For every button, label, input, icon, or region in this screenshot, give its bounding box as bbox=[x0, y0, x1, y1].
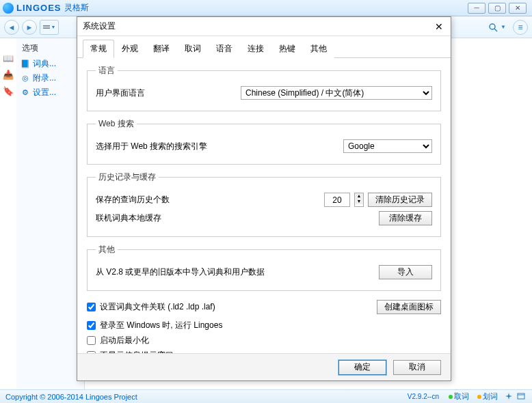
maximize-button[interactable]: ▢ bbox=[488, 3, 506, 14]
clear-history-button[interactable]: 清除历史记录 bbox=[368, 193, 432, 207]
inbox-icon[interactable]: 📥 bbox=[3, 70, 14, 81]
sidebar-item-appendix[interactable]: ◎ 附录... bbox=[18, 71, 83, 85]
settings-dialog: 系统设置 ✕ 常规 外观 翻译 取词 语音 连接 热键 其他 语言 用户界面语言… bbox=[77, 16, 451, 381]
cancel-button[interactable]: 取消 bbox=[393, 360, 441, 375]
history-count-label: 保存的查询历史个数 bbox=[96, 194, 232, 206]
clear-cache-button[interactable]: 清除缓存 bbox=[379, 211, 432, 225]
spin-down-icon[interactable]: ▼ bbox=[355, 199, 363, 204]
section-websearch: Web 搜索 选择用于 Web 搜索的搜索引擎 Google bbox=[87, 118, 441, 165]
tab-capture[interactable]: 取词 bbox=[177, 40, 209, 58]
tab-translate[interactable]: 翻译 bbox=[146, 40, 177, 58]
minimize-checkbox[interactable] bbox=[87, 336, 96, 345]
app-brand: LINGOES bbox=[16, 3, 62, 13]
ok-button[interactable]: 确定 bbox=[338, 360, 386, 375]
autostart-checkbox-row[interactable]: 登录至 Windows 时, 运行 Lingoes bbox=[87, 320, 441, 331]
ui-language-label: 用户界面语言 bbox=[96, 87, 232, 99]
appendix-icon: ◎ bbox=[21, 74, 30, 83]
tab-hotkey[interactable]: 热键 bbox=[271, 40, 303, 58]
sidebar-item-label: 附录... bbox=[33, 72, 56, 84]
file-assoc-checkbox-row[interactable]: 设置词典文件关联 (.ld2 .ldp .laf) bbox=[87, 301, 215, 313]
tab-other[interactable]: 其他 bbox=[303, 40, 334, 58]
minimize-label: 启动后最小化 bbox=[100, 335, 149, 346]
section-history: 历史记录与缓存 保存的查询历史个数 ▲▼ 清除历史记录 联机词典本地缓存 清除缓… bbox=[87, 171, 441, 237]
history-count-input[interactable] bbox=[324, 193, 350, 207]
sidebar-item-label: 词典... bbox=[33, 58, 56, 70]
book-icon[interactable]: 📖 bbox=[3, 53, 14, 64]
status-bar: Copyright © 2006-2014 Lingoes Project V2… bbox=[0, 389, 532, 403]
svg-line-1 bbox=[494, 29, 497, 31]
status-dot-yellow-icon bbox=[477, 395, 481, 399]
sidebar-item-label: 设置... bbox=[33, 87, 56, 98]
checkbox-group: 设置词典文件关联 (.ld2 .ldp .laf) 创建桌面图标 登录至 Win… bbox=[87, 298, 441, 353]
gear-icon: ⚙ bbox=[21, 88, 30, 98]
search-dropdown-icon[interactable]: ▼ bbox=[501, 24, 506, 30]
minimize-button[interactable]: ─ bbox=[468, 3, 486, 14]
version-text: V2.9.2--cn bbox=[408, 393, 439, 400]
svg-rect-2 bbox=[518, 393, 524, 399]
legend-websearch: Web 搜索 bbox=[96, 118, 137, 130]
status-window-icon[interactable] bbox=[517, 392, 527, 402]
dialog-tabs: 常规 外观 翻译 取词 语音 连接 热键 其他 bbox=[77, 36, 451, 58]
file-assoc-checkbox[interactable] bbox=[87, 303, 96, 311]
left-icon-column: 📖 📥 🔖 bbox=[3, 53, 14, 97]
app-logo-icon bbox=[3, 3, 14, 14]
search-icon[interactable] bbox=[487, 21, 499, 33]
status-quci[interactable]: 取词 bbox=[449, 391, 469, 402]
search-engine-select[interactable]: Google bbox=[343, 139, 432, 153]
spin-up-icon[interactable]: ▲ bbox=[355, 193, 363, 199]
import-button[interactable]: 导入 bbox=[379, 265, 432, 279]
status-huaci[interactable]: 划词 bbox=[477, 391, 498, 402]
close-window-button[interactable]: ✕ bbox=[509, 3, 527, 14]
dialog-titlebar: 系统设置 ✕ bbox=[77, 17, 451, 36]
file-assoc-label: 设置词典文件关联 (.ld2 .ldp .laf) bbox=[100, 301, 215, 313]
engine-label: 选择用于 Web 搜索的搜索引擎 bbox=[96, 141, 274, 152]
tab-voice[interactable]: 语音 bbox=[209, 40, 240, 58]
status-pin-icon[interactable] bbox=[505, 392, 514, 402]
dialog-title: 系统设置 bbox=[83, 20, 116, 32]
tab-appearance[interactable]: 外观 bbox=[114, 40, 146, 58]
list-icon bbox=[43, 25, 50, 29]
copyright-text: Copyright © 2006-2014 Lingoes Project bbox=[5, 393, 137, 401]
title-bar: LINGOES 灵格斯 ─ ▢ ✕ bbox=[0, 0, 532, 16]
tab-general[interactable]: 常规 bbox=[83, 40, 114, 58]
dialog-body: 语言 用户界面语言 Chinese (Simplified) / 中文(简体) … bbox=[77, 58, 451, 353]
svg-point-0 bbox=[490, 24, 495, 29]
dialog-footer: 确定 取消 bbox=[77, 353, 451, 380]
sidebar-item-settings[interactable]: ⚙ 设置... bbox=[18, 85, 83, 100]
legend-history: 历史记录与缓存 bbox=[96, 171, 159, 183]
section-language: 语言 用户界面语言 Chinese (Simplified) / 中文(简体) bbox=[87, 65, 441, 111]
section-other: 其他 从 V2.8 或更早的旧版本中导入词典和用户数据 导入 bbox=[87, 244, 441, 291]
history-count-spinner[interactable]: ▲▼ bbox=[354, 193, 364, 207]
cache-label: 联机词典本地缓存 bbox=[96, 212, 232, 224]
app-brand-cn: 灵格斯 bbox=[64, 2, 89, 14]
view-mode-dropdown[interactable]: ▼ bbox=[40, 20, 59, 35]
create-desktop-icon-button[interactable]: 创建桌面图标 bbox=[377, 300, 441, 314]
nav-back-button[interactable]: ◄ bbox=[4, 20, 19, 35]
nav-forward-button[interactable]: ► bbox=[22, 20, 37, 35]
ui-language-select[interactable]: Chinese (Simplified) / 中文(简体) bbox=[241, 86, 432, 100]
dialog-close-button[interactable]: ✕ bbox=[433, 20, 445, 33]
tab-connection[interactable]: 连接 bbox=[240, 40, 271, 58]
dict-icon: 📘 bbox=[21, 59, 30, 69]
minimize-checkbox-row[interactable]: 启动后最小化 bbox=[87, 335, 441, 346]
legend-other: 其他 bbox=[96, 244, 118, 255]
legend-language: 语言 bbox=[96, 65, 118, 77]
sidebar-item-dict[interactable]: 📘 词典... bbox=[18, 57, 83, 71]
sidebar: 选项 📘 词典... ◎ 附录... ⚙ 设置... bbox=[16, 38, 85, 389]
toolbar-menu-button[interactable]: ≡ bbox=[513, 20, 528, 35]
autostart-checkbox[interactable] bbox=[87, 321, 96, 330]
sidebar-header: 选项 bbox=[18, 41, 83, 57]
status-dot-green-icon bbox=[449, 395, 453, 399]
import-label: 从 V2.8 或更早的旧版本中导入词典和用户数据 bbox=[96, 266, 301, 278]
autostart-label: 登录至 Windows 时, 运行 Lingoes bbox=[100, 320, 222, 331]
tag-icon[interactable]: 🔖 bbox=[3, 86, 14, 97]
